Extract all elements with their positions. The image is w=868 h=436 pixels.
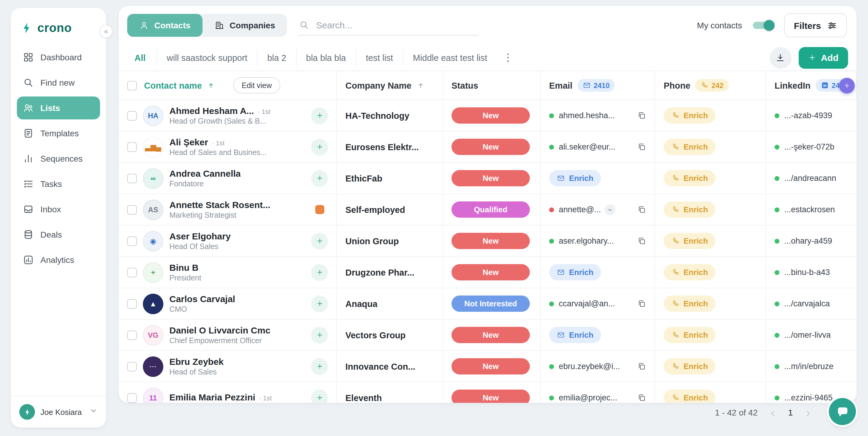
enrich-email-button[interactable]: Enrich	[549, 327, 601, 343]
status-badge[interactable]: Qualified	[452, 201, 530, 218]
add-button[interactable]: Add	[799, 47, 848, 68]
row-checkbox[interactable]	[127, 111, 137, 120]
table-row[interactable]: 11Emilia Maria Pezzini· 1stEleventhNewem…	[119, 382, 857, 403]
sidebar-item-find-new[interactable]: Find new	[17, 71, 100, 94]
column-email[interactable]: Email	[549, 81, 572, 90]
enrich-phone-button[interactable]: Enrich	[664, 295, 716, 312]
contact-name[interactable]: Andrea Cannella	[169, 168, 241, 178]
enrich-phone-button[interactable]: Enrich	[664, 139, 716, 155]
email-count-badge[interactable]: 2410	[577, 79, 615, 92]
enrich-phone-button[interactable]: Enrich	[664, 233, 716, 249]
contact-name[interactable]: Ahmed Hesham A...	[169, 106, 254, 116]
status-badge[interactable]: New	[452, 327, 530, 343]
linkedin-link[interactable]: ...ezzini-9465	[784, 393, 833, 402]
companies-tab[interactable]: Companies	[203, 14, 287, 37]
sidebar-item-tasks[interactable]: Tasks	[17, 172, 100, 195]
enrich-phone-button[interactable]: Enrich	[664, 170, 716, 186]
row-checkbox[interactable]	[127, 173, 137, 183]
enrich-phone-button[interactable]: Enrich	[664, 201, 716, 218]
add-to-sequence-button[interactable]	[311, 264, 328, 281]
column-contact-name[interactable]: Contact name	[144, 81, 202, 90]
add-to-sequence-button[interactable]	[311, 358, 328, 375]
user-menu[interactable]: Joe Kosiara	[11, 396, 106, 428]
search-input[interactable]	[315, 19, 478, 31]
status-badge[interactable]: Not Interested	[452, 295, 530, 312]
copy-email-button[interactable]	[633, 205, 646, 214]
contact-name[interactable]: Carlos Carvajal	[169, 294, 235, 304]
linkedin-link[interactable]: ...-şeker-072b	[784, 142, 835, 151]
filters-button[interactable]: Filters	[784, 13, 847, 37]
column-status[interactable]: Status	[452, 81, 478, 90]
linkedin-link[interactable]: ...binu-b-a43	[784, 268, 830, 277]
sidebar-item-analytics[interactable]: Analytics	[17, 249, 100, 271]
contact-name[interactable]: Binu B	[169, 262, 198, 272]
linkedin-link[interactable]: .../carvajalca	[784, 299, 830, 308]
status-badge[interactable]: New	[452, 358, 530, 375]
download-button[interactable]	[770, 47, 792, 68]
enrich-phone-button[interactable]: Enrich	[664, 358, 716, 375]
contact-name[interactable]: Daniel O Livvarcin Cmc	[169, 325, 270, 335]
copy-email-button[interactable]	[633, 236, 646, 245]
column-company-name[interactable]: Company Name	[345, 81, 411, 90]
add-to-sequence-button[interactable]	[311, 295, 328, 312]
table-row[interactable]: ◉Aser ElgoharyHead Of SalesUnion GroupNe…	[119, 226, 857, 257]
row-checkbox[interactable]	[127, 330, 137, 340]
chevron-left-icon[interactable]: ‹	[771, 406, 775, 418]
contact-name[interactable]: Ali Şeker	[169, 137, 208, 147]
contact-name[interactable]: Ebru Zeybek	[169, 356, 224, 367]
sidebar-collapse-button[interactable]: «	[99, 25, 113, 38]
sidebar-item-lists[interactable]: Lists	[17, 96, 100, 119]
contact-name[interactable]: Annette Stack Rosent...	[169, 200, 270, 210]
table-row[interactable]: ASAnnette Stack Rosent...Marketing Strat…	[119, 194, 857, 226]
sidebar-item-sequences[interactable]: Sequences	[17, 147, 100, 170]
enrich-email-button[interactable]: Enrich	[549, 170, 601, 186]
contact-name[interactable]: Aser Elgohary	[169, 231, 230, 241]
enrich-phone-button[interactable]: Enrich	[664, 264, 716, 281]
sidebar-item-deals[interactable]: Deals	[17, 223, 100, 246]
chevron-right-icon[interactable]: ›	[806, 406, 810, 418]
table-row[interactable]: ∞Andrea CannellaFondatoreEthicFabNewEnri…	[119, 163, 857, 194]
add-to-sequence-button[interactable]	[311, 326, 328, 343]
sidebar-item-inbox[interactable]: Inbox	[17, 198, 100, 221]
table-row[interactable]: ▃▆▄Ali Şeker· 1stHead of Sales and Busin…	[119, 132, 857, 163]
row-checkbox[interactable]	[127, 361, 137, 371]
copy-email-button[interactable]	[633, 142, 646, 151]
list-tab-bla-bla-bla[interactable]: bla bla bla	[296, 49, 355, 66]
list-tab-all[interactable]: All	[127, 49, 156, 66]
chat-button[interactable]	[829, 398, 856, 425]
row-checkbox[interactable]	[127, 236, 137, 246]
contact-name[interactable]: Emilia Maria Pezzini	[169, 392, 255, 402]
table-row[interactable]: ▲Carlos CarvajalCMOAnaquaNot Interestedc…	[119, 288, 857, 320]
status-badge[interactable]: New	[452, 389, 530, 403]
linkedin-link[interactable]: ...estackrosen	[784, 205, 835, 214]
add-to-sequence-button[interactable]	[311, 389, 328, 403]
copy-email-button[interactable]	[633, 393, 646, 402]
list-tab-middle-east-test-list[interactable]: Middle east test list	[403, 49, 497, 66]
sort-asc-icon[interactable]	[207, 81, 215, 90]
email-options-button[interactable]	[604, 204, 615, 215]
sidebar-item-templates[interactable]: Templates	[17, 122, 100, 145]
table-row[interactable]: ···Ebru ZeybekHead of SalesInnovance Con…	[119, 351, 857, 382]
row-checkbox[interactable]	[127, 393, 137, 403]
copy-email-button[interactable]	[633, 111, 646, 120]
stop-sequence-button[interactable]	[311, 201, 328, 218]
enrich-email-button[interactable]: Enrich	[549, 264, 601, 281]
linkedin-link[interactable]: ...m/in/ebruze	[784, 362, 834, 371]
list-tab-will-saastock-support[interactable]: will saastock support	[156, 49, 257, 66]
copy-email-button[interactable]	[633, 299, 646, 308]
add-to-sequence-button[interactable]	[311, 138, 328, 155]
status-badge[interactable]: New	[452, 170, 530, 186]
edit-view-button[interactable]: Edit view	[233, 77, 280, 93]
enrich-phone-button[interactable]: Enrich	[664, 107, 716, 124]
table-row[interactable]: +Binu BPresidentDrugzone Phar...NewEnric…	[119, 257, 857, 288]
linkedin-link[interactable]: ...ohary-a459	[784, 236, 832, 245]
row-checkbox[interactable]	[127, 299, 137, 309]
linkedin-link[interactable]: ...-azab-4939	[784, 111, 832, 120]
enrich-phone-button[interactable]: Enrich	[664, 327, 716, 343]
row-checkbox[interactable]	[127, 267, 137, 277]
row-checkbox[interactable]	[127, 142, 137, 152]
my-contacts-toggle[interactable]	[752, 19, 775, 31]
add-to-sequence-button[interactable]	[311, 232, 328, 249]
phone-count-badge[interactable]: 242	[695, 79, 729, 92]
status-badge[interactable]: New	[452, 107, 530, 124]
